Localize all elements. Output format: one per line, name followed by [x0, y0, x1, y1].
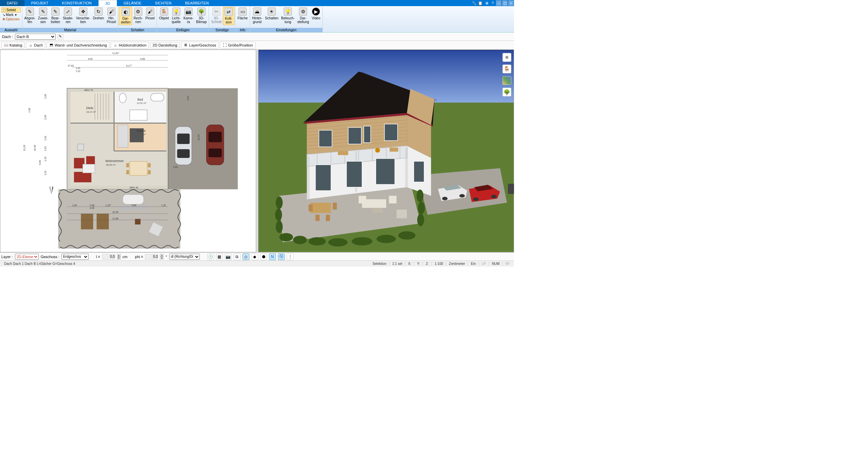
svg-text:1,01: 1,01 [76, 67, 81, 70]
chair-icon[interactable]: 🪑 [502, 65, 511, 73]
tab-3d[interactable]: 3D [99, 0, 117, 6]
ribbon-kamera[interactable]: 📷Kame-ra [182, 7, 195, 24]
svg-text:4,90: 4,90 [29, 108, 31, 113]
ribbon-lichtquelle[interactable]: 💡Licht-quelle [170, 7, 182, 24]
close-button[interactable]: × [508, 0, 514, 6]
grid-icon[interactable]: ▦ [216, 253, 223, 260]
dach-select[interactable]: Dach B [15, 34, 56, 40]
compass-n2-icon[interactable]: Ⓝ [278, 253, 285, 260]
snap1-icon[interactable]: ◇ [243, 253, 249, 260]
svg-rect-48 [148, 170, 150, 174]
clock-icon[interactable]: 🕒 [207, 253, 214, 260]
svg-text:1,81: 1,81 [44, 136, 47, 141]
layers-icon[interactable]: ≡ [502, 53, 511, 62]
svg-rect-127 [315, 165, 331, 191]
ribbon-dschnitt[interactable]: ✂3D-Schnitt [210, 7, 223, 24]
ribbon-flche[interactable]: ▭Fläche [236, 7, 249, 21]
svg-rect-49 [77, 144, 84, 150]
ribbon-kollision[interactable]: ⇄Kolli-sion [223, 7, 234, 25]
dl-select[interactable]: dl (Richtung/Di [169, 254, 200, 260]
ribbon-darstellen[interactable]: ◐Dar-stellen [119, 7, 132, 25]
more-icon[interactable]: ⋮ [287, 253, 294, 260]
tab-sichten[interactable]: SICHTEN [148, 0, 178, 6]
ribbon-skalieren[interactable]: ⤢Skalie-ren [61, 7, 75, 24]
camera-icon[interactable]: 📷 [225, 253, 232, 260]
ribbon-rechnen[interactable]: ⚙Rech-nen [132, 7, 144, 24]
layer-button[interactable]: ≣Layer/Geschoss [181, 42, 218, 49]
view-3d[interactable] [258, 50, 514, 252]
svg-text:Diele: Diele [86, 106, 93, 110]
svg-text:48,85 m²: 48,85 m² [106, 164, 116, 166]
ribbon-schatten[interactable]: ☀Schatten [264, 7, 280, 21]
screen-icon[interactable]: 🖥 [484, 1, 489, 5]
ribbon-objekt[interactable]: 🪑Objekt [158, 7, 170, 21]
copy-icon[interactable]: ⧉ [234, 253, 241, 260]
swatch-icon[interactable] [502, 76, 511, 85]
optionen-button[interactable]: ✚ Optionen [1, 17, 21, 21]
ribbon-pinsel[interactable]: 🖌Pinsel [144, 7, 156, 21]
ribbon-hinpinsel[interactable]: 🖌Hin.Pinsel [105, 7, 117, 24]
svg-text:2,01: 2,01 [173, 166, 178, 168]
tab-projekt[interactable]: PROJEKT [24, 0, 55, 6]
ribbon-dbitmap[interactable]: 🌳3D-Bitmap [195, 7, 208, 24]
clipboard-icon[interactable]: 📋 [478, 1, 483, 5]
svg-rect-136 [333, 203, 337, 210]
groesse-button[interactable]: ⛶Größe/Position [220, 42, 255, 49]
compass-n-icon[interactable]: N [269, 253, 276, 260]
group-sonstige: ✂3D-Schnitt⇄Kolli-sion Sonstige [209, 6, 235, 32]
ribbon-beleuchtung[interactable]: 💡Beleuch-tung [280, 7, 296, 24]
ribbon-zuweisen[interactable]: ✎Zuwei-sen [37, 7, 50, 24]
svg-point-160 [459, 194, 465, 197]
snap3-icon[interactable]: ⬢ [260, 253, 267, 260]
mark-button[interactable]: ↘ Mark. ▾ [1, 13, 21, 17]
right-palette: ≡ 🪑 🌳 [502, 53, 513, 96]
snap2-icon[interactable]: ◆ [251, 253, 258, 260]
selekt-button[interactable]: ⬚ Selekt [1, 7, 21, 13]
right-tab-handle[interactable] [508, 184, 514, 194]
ribbon-abgreifen[interactable]: ✎Abgrei-fen [23, 7, 37, 24]
svg-point-148 [352, 237, 372, 245]
svg-text:11,08: 11,08 [112, 217, 119, 220]
svg-text:11,03: 11,03 [23, 145, 26, 151]
svg-text:2,63: 2,63 [90, 207, 94, 210]
tab-gelaende[interactable]: GELÄNDE [117, 0, 148, 6]
svg-text:5,00: 5,00 [131, 204, 136, 207]
minimize-button[interactable]: – [496, 0, 501, 6]
katalog-button[interactable]: 📖Katalog [1, 42, 24, 49]
layer-select[interactable]: 2D-Elemen [15, 254, 39, 260]
group-einstellungen: ⛰Hinter-grund☀Schatten💡Beleuch-tung⚙Dar-… [250, 6, 323, 32]
group-schatten: ◐Dar-stellen⚙Rech-nen🖌Pinsel Schatten [118, 6, 157, 32]
ribbon-darstellung[interactable]: ⚙Dar-stellung [296, 7, 310, 24]
ribbon-hintergrund[interactable]: ⛰Hinter-grund [251, 7, 264, 24]
svg-rect-44 [130, 161, 147, 175]
tab-datei[interactable]: DATEI [0, 0, 24, 6]
ribbon-video[interactable]: ▶Video [311, 7, 322, 21]
svg-rect-143 [396, 210, 407, 218]
svg-point-147 [328, 238, 348, 246]
holz-button[interactable]: ⌂Holzkonstruktion [111, 42, 149, 49]
svg-text:11,01°: 11,01° [112, 52, 120, 55]
phi-input[interactable] [145, 254, 158, 259]
svg-text:1,65: 1,65 [72, 204, 77, 207]
edit-pen-button[interactable]: ✎ [58, 34, 63, 39]
dach-button[interactable]: ⌂Dach [26, 42, 45, 49]
l-input[interactable] [102, 254, 115, 259]
plan-view-2d[interactable]: 11,01° 4,65 5,60 9,17° 0°,83 1,01 1,51 1… [0, 50, 256, 252]
ribbon-verschieben[interactable]: ✥Verschie-ben [75, 7, 92, 24]
ribbon-drehen[interactable]: ↻Drehen [91, 7, 105, 21]
svg-rect-39 [118, 125, 128, 148]
geschoss-select[interactable]: Erdgeschos [61, 254, 89, 260]
svg-marker-91 [49, 186, 51, 195]
tab-konstruktion[interactable]: KONSTRUKTION [55, 0, 98, 6]
help-icon[interactable]: ? [490, 1, 495, 5]
svg-text:BRH 26: BRH 26 [130, 186, 138, 189]
tab-bearbeiten[interactable]: BEARBEITEN [178, 0, 216, 6]
svg-text:1,33: 1,33 [44, 157, 47, 161]
wand-button[interactable]: ⬒Wand- und Dachverschneidung [47, 42, 109, 49]
svg-text:1,01: 1,01 [44, 170, 47, 175]
maximize-button[interactable]: ▢ [502, 0, 508, 6]
tree-icon[interactable]: 🌳 [502, 88, 511, 96]
ribbon-bearbeiten[interactable]: ✎Bear-beiten [50, 7, 61, 24]
tools-icon[interactable]: 🔧 [472, 1, 477, 5]
2d-button[interactable]: 2D Darstellung [150, 42, 180, 48]
